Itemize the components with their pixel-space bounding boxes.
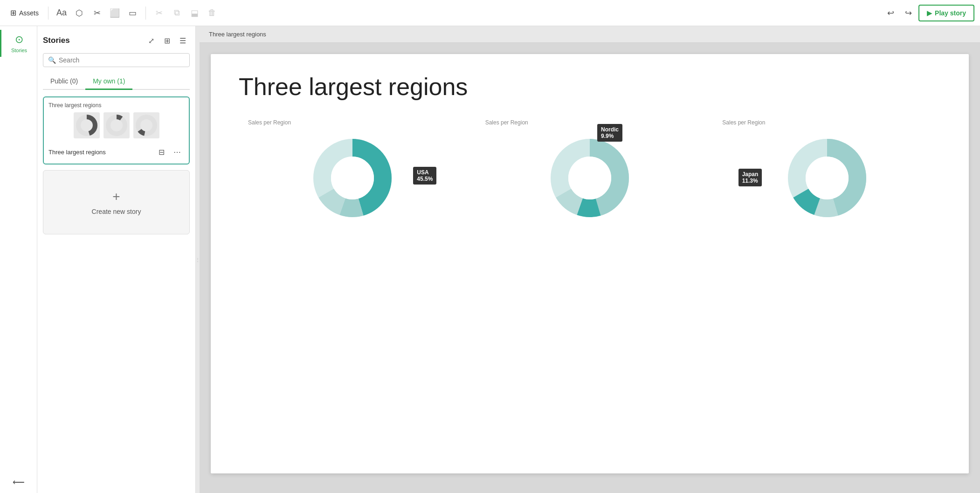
breadcrumb: Three largest regions xyxy=(200,26,980,43)
media-tool-button[interactable]: ▭ xyxy=(124,5,141,21)
shape-tool-button[interactable]: ⬡ xyxy=(71,5,88,21)
story-card-actions: ⊟ ⋯ xyxy=(154,145,184,159)
toolbar-divider-2 xyxy=(145,7,146,20)
edit-tool-button[interactable]: ✂ xyxy=(89,5,105,21)
tab-myown[interactable]: My own (1) xyxy=(85,74,132,90)
svg-point-20 xyxy=(806,157,849,199)
toolbar-divider-1 xyxy=(48,7,48,20)
story-card-title: Three largest regions xyxy=(48,102,184,109)
page-title: Three largest regions xyxy=(239,73,941,101)
search-box: 🔍 xyxy=(43,53,190,67)
sidebar-header-buttons: ⤢ ⊞ ☰ xyxy=(144,34,190,48)
story-card-name: Three largest regions xyxy=(48,149,106,156)
chart-3-tooltip: Japan 11.3% xyxy=(738,169,762,186)
assets-button[interactable]: ⊞ Assets xyxy=(6,6,43,20)
story-thumbnail-3 xyxy=(133,112,159,138)
toolbar: ⊞ Assets Aa ⬡ ✂ ⬜ ▭ ✂ ⧉ ⬓ 🗑 ↩ ↪ ▶ Play s… xyxy=(0,0,980,26)
assets-icon: ⊞ xyxy=(10,8,16,17)
chart-1: Sales per Region xyxy=(248,119,457,225)
assets-label: Assets xyxy=(19,9,39,17)
sidebar-title: Stories xyxy=(43,36,70,45)
stories-nav-icon: ⊙ xyxy=(15,34,23,46)
redo-button[interactable]: ↪ xyxy=(900,5,917,21)
canvas-page: Three largest regions Sales per Region xyxy=(211,54,969,473)
toolbar-edit-tools: ✂ ⧉ ⬓ 🗑 xyxy=(151,5,221,21)
expand-sidebar-button[interactable]: ⤢ xyxy=(144,34,158,48)
sidebar-header: Stories ⤢ ⊞ ☰ xyxy=(43,34,190,48)
grid-view-button[interactable]: ⊞ xyxy=(160,34,174,48)
copy-button[interactable]: ⧉ xyxy=(168,5,185,21)
play-story-button[interactable]: ▶ Play story xyxy=(918,5,974,21)
story-canvas[interactable]: Three largest regions Sales per Region xyxy=(200,43,980,493)
chart-2: Sales per Region xyxy=(485,119,695,225)
search-icon: 🔍 xyxy=(48,56,56,64)
paste-button[interactable]: ⬓ xyxy=(186,5,203,21)
chart-2-donut: Nordic 9.9% xyxy=(543,131,636,225)
chart-1-tooltip-value: 45.5% xyxy=(417,176,433,182)
list-view-button[interactable]: ☰ xyxy=(176,34,190,48)
left-nav: ⊙ Stories ⟵ xyxy=(0,26,37,493)
collapse-nav-button[interactable]: ⟵ xyxy=(7,472,30,493)
main-layout: ⊙ Stories ⟵ Stories ⤢ ⊞ ☰ 🔍 Public (0) M… xyxy=(0,26,980,493)
undo-redo-group: ↩ ↪ xyxy=(882,5,917,21)
sidebar: Stories ⤢ ⊞ ☰ 🔍 Public (0) My own (1) Th… xyxy=(37,26,196,493)
svg-point-2 xyxy=(108,117,125,134)
chart-3-label: Sales per Region xyxy=(722,119,765,126)
chart-3-tooltip-value: 11.3% xyxy=(742,178,759,184)
create-new-story-card[interactable]: + Create new story xyxy=(43,170,190,234)
play-icon: ▶ xyxy=(927,9,932,17)
play-label: Play story xyxy=(935,9,966,17)
delete-button[interactable]: 🗑 xyxy=(204,5,221,21)
text-tool-button[interactable]: Aa xyxy=(53,5,70,21)
chart-1-donut: USA 45.5% xyxy=(306,131,399,225)
chart-2-label: Sales per Region xyxy=(485,119,528,126)
chart-3-tooltip-label: Japan xyxy=(742,171,759,178)
tabs: Public (0) My own (1) xyxy=(43,74,190,90)
nav-item-stories[interactable]: ⊙ Stories xyxy=(0,30,37,57)
create-icon: + xyxy=(112,189,120,204)
chart-1-tooltip-label: USA xyxy=(417,169,433,176)
create-label: Create new story xyxy=(92,208,141,215)
charts-row: Sales per Region xyxy=(239,119,941,225)
nav-item-stories-label: Stories xyxy=(11,48,27,53)
chart-1-label: Sales per Region xyxy=(248,119,291,126)
search-input[interactable] xyxy=(59,56,185,64)
story-card-bottom: Three largest regions ⊟ ⋯ xyxy=(48,142,184,159)
chart-3-donut: Japan 11.3% xyxy=(780,131,874,225)
story-edit-button[interactable]: ⊟ xyxy=(154,145,168,159)
svg-point-10 xyxy=(331,157,374,199)
breadcrumb-text: Three largest regions xyxy=(209,31,266,38)
tab-public[interactable]: Public (0) xyxy=(43,74,85,90)
story-thumbnail-1 xyxy=(74,112,100,138)
story-more-button[interactable]: ⋯ xyxy=(170,145,184,159)
svg-point-15 xyxy=(568,157,611,199)
story-thumbnail-2 xyxy=(104,112,130,138)
content-area: Three largest regions Three largest regi… xyxy=(200,26,980,493)
toolbar-text-tools: Aa ⬡ ✂ ⬜ ▭ xyxy=(53,5,141,21)
undo-button[interactable]: ↩ xyxy=(882,5,899,21)
image-tool-button[interactable]: ⬜ xyxy=(106,5,123,21)
chart-1-tooltip: USA 45.5% xyxy=(413,167,436,185)
chart-3: Sales per Region xyxy=(722,119,932,225)
resize-handle[interactable]: ⋮ xyxy=(196,26,200,493)
story-card-1[interactable]: Three largest regions xyxy=(43,96,190,164)
story-thumbnails xyxy=(48,112,184,138)
cut-button[interactable]: ✂ xyxy=(151,5,167,21)
